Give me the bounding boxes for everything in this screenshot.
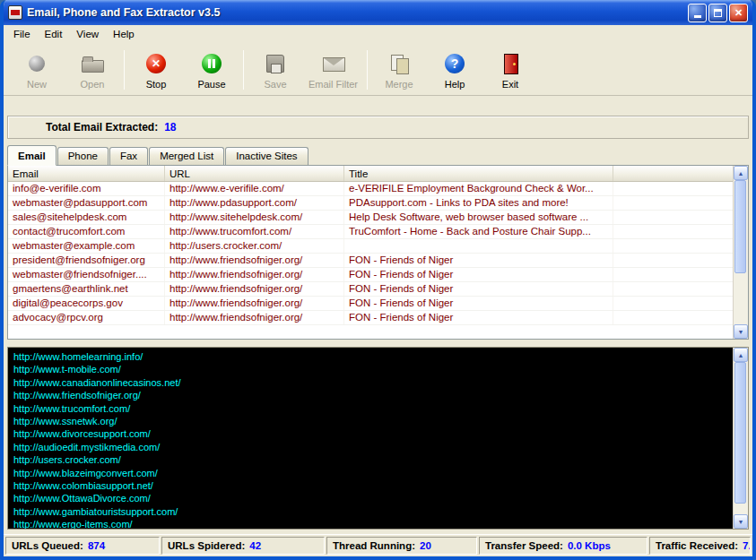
table-row[interactable]: webmaster@example.comhttp://users.crocke… xyxy=(8,239,733,254)
title-cell: e-VERIFILE Employment Background Check &… xyxy=(344,182,613,195)
title-cell: FON - Friends of Niger xyxy=(344,297,613,310)
menu-view[interactable]: View xyxy=(69,27,106,41)
window-title: Email, Phone and Fax Extractor v3.5 xyxy=(27,6,682,19)
blank-cell xyxy=(613,311,733,324)
log-url: http://www.homelearning.info/ xyxy=(13,350,727,363)
blank-cell xyxy=(613,225,733,238)
blank-cell xyxy=(613,211,733,224)
toolbar-button-label: Help xyxy=(445,79,465,90)
log-url: http://www.t-mobile.com/ xyxy=(13,363,727,375)
email-cell: webmaster@example.com xyxy=(8,239,165,253)
table-row[interactable]: president@friendsofniger.orghttp://www.f… xyxy=(8,254,733,268)
log-url: http://www.divorcesupport.com/ xyxy=(13,427,727,440)
table-body: info@e-verifile.comhttp://www.e-verifile… xyxy=(8,182,733,325)
help-button[interactable]: Help xyxy=(427,46,482,94)
table-row[interactable]: webmaster@friendsofniger....http://www.f… xyxy=(8,268,733,282)
scroll-track[interactable] xyxy=(734,180,748,324)
column-header-title[interactable]: Title xyxy=(344,166,613,181)
help-icon xyxy=(443,52,466,75)
log-url: http://www.trucomfort.com/ xyxy=(13,402,727,415)
menu-file[interactable]: File xyxy=(6,27,38,41)
url-cell: http://www.trucomfort.com/ xyxy=(165,225,344,238)
table-row[interactable]: sales@sitehelpdesk.comhttp://www.sitehel… xyxy=(8,211,733,225)
menu-bar: FileEditViewHelp xyxy=(4,25,752,42)
spider-log: http://www.homelearning.info/http://www.… xyxy=(8,348,733,529)
table-row[interactable]: advocacy@rpcv.orghttp://www.friendsofnig… xyxy=(8,311,733,325)
toolbar-button-label: Email Filter xyxy=(308,79,358,90)
table-row[interactable]: gmaertens@earthlink.nethttp://www.friend… xyxy=(8,282,733,297)
minimize-button[interactable] xyxy=(688,4,707,22)
email-cell: digital@peacecorps.gov xyxy=(8,297,165,310)
menu-edit[interactable]: Edit xyxy=(38,27,70,41)
tab-fax[interactable]: Fax xyxy=(109,147,148,165)
title-cell: Help Desk Software, web browser based so… xyxy=(344,211,613,224)
scroll-thumb[interactable] xyxy=(734,180,746,273)
tab-email[interactable]: Email xyxy=(7,145,56,166)
tab-strip: EmailPhoneFaxMerged ListInactive Sites xyxy=(7,144,749,165)
pause-icon xyxy=(200,52,223,75)
results-table: EmailURLTitle info@e-verifile.comhttp://… xyxy=(7,165,749,340)
url-cell: http://www.friendsofniger.org/ xyxy=(165,297,344,310)
url-cell: http://www.friendsofniger.org/ xyxy=(165,254,344,267)
menu-help[interactable]: Help xyxy=(106,27,142,41)
close-button[interactable] xyxy=(729,4,748,22)
status-label: Traffic Received: xyxy=(656,540,738,551)
blank-cell xyxy=(613,196,733,210)
log-url: http://www.canadianonlinecasinos.net/ xyxy=(13,376,727,389)
blank-cell xyxy=(613,282,733,296)
tab-phone[interactable]: Phone xyxy=(57,147,109,165)
maximize-button[interactable] xyxy=(708,4,727,22)
scroll-up-button[interactable] xyxy=(734,348,748,362)
scroll-up-button[interactable] xyxy=(734,166,748,180)
titlebar[interactable]: Email, Phone and Fax Extractor v3.5 xyxy=(4,0,752,25)
column-header-email[interactable]: Email xyxy=(8,166,165,181)
status-thread-running: Thread Running:20 xyxy=(326,537,477,555)
minimize-icon xyxy=(694,15,701,18)
title-cell: PDAsupport.com - Links to PDA sites and … xyxy=(344,196,613,210)
blank-cell xyxy=(613,297,733,310)
log-url: http://audioedit.mystikmedia.com/ xyxy=(13,441,727,453)
title-cell: FON - Friends of Niger xyxy=(344,268,613,281)
pause-button[interactable]: Pause xyxy=(184,46,239,94)
scroll-down-button[interactable] xyxy=(734,514,748,529)
url-cell: http://www.friendsofniger.org/ xyxy=(165,268,344,281)
blank-cell xyxy=(613,268,733,281)
console-scrollbar[interactable] xyxy=(733,348,748,529)
blank-cell xyxy=(613,254,733,267)
email-cell: advocacy@rpcv.org xyxy=(8,311,165,324)
open-icon xyxy=(81,52,104,75)
tab-inactive-sites[interactable]: Inactive Sites xyxy=(225,147,308,165)
scroll-thumb[interactable] xyxy=(734,362,746,504)
table-row[interactable]: info@e-verifile.comhttp://www.e-verifile… xyxy=(8,182,733,196)
log-url: http://www.ssnetwk.org/ xyxy=(13,415,727,427)
tab-merged-list[interactable]: Merged List xyxy=(149,147,224,165)
table-row[interactable]: contact@trucomfort.comhttp://www.trucomf… xyxy=(8,225,733,239)
table-row[interactable]: webmaster@pdasupport.comhttp://www.pdasu… xyxy=(8,196,733,211)
table-scrollbar[interactable] xyxy=(733,166,748,339)
title-cell: FON - Friends of Niger xyxy=(344,254,613,267)
column-header-url[interactable]: URL xyxy=(165,166,344,181)
table-row[interactable]: digital@peacecorps.govhttp://www.friends… xyxy=(8,297,733,311)
exit-button[interactable]: Exit xyxy=(482,46,538,94)
stop-button[interactable]: Stop xyxy=(128,46,184,94)
status-value: 0.0 Kbps xyxy=(568,540,611,551)
scroll-track[interactable] xyxy=(734,362,748,514)
toolbar-button-label: Open xyxy=(81,79,105,90)
email-cell: webmaster@pdasupport.com xyxy=(8,196,165,210)
app-window: Email, Phone and Fax Extractor v3.5 File… xyxy=(0,0,756,560)
title-cell: FON - Friends of Niger xyxy=(344,282,613,296)
status-value: 20 xyxy=(420,540,431,551)
title-cell: TruComfort - Home - Back and Posture Cha… xyxy=(344,225,613,238)
close-icon xyxy=(734,7,743,19)
scroll-down-button[interactable] xyxy=(734,324,748,339)
url-cell: http://www.friendsofniger.org/ xyxy=(165,282,344,296)
email-cell: president@friendsofniger.org xyxy=(8,254,165,267)
toolbar-separator xyxy=(367,50,368,90)
toolbar-button-label: Pause xyxy=(197,79,225,90)
status-transfer-speed: Transfer Speed:0.0 Kbps xyxy=(479,537,647,555)
open-button: Open xyxy=(65,46,120,94)
email-cell: sales@sitehelpdesk.com xyxy=(8,211,165,224)
url-cell: http://www.pdasupport.com/ xyxy=(165,196,344,210)
url-cell: http://users.crocker.com/ xyxy=(165,239,344,253)
log-url: http://www.ergo-items.com/ xyxy=(13,518,727,529)
